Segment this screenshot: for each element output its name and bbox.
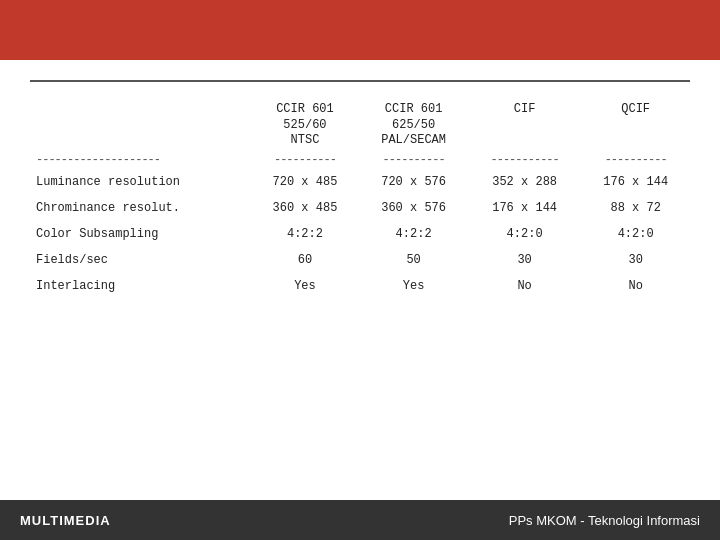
footer: MULTIMEDIA PPs MKOM - Teknologi Informas… [0, 500, 720, 540]
row-4-col1: Yes [251, 273, 360, 299]
separator-line [30, 80, 690, 82]
row-2-col1: 4:2:2 [251, 221, 360, 247]
row-3-col1: 60 [251, 247, 360, 273]
row-4-label: Interlacing [30, 273, 251, 299]
row-2-col2: 4:2:2 [359, 221, 468, 247]
row-0-label: Luminance resolution [30, 169, 251, 195]
table-row: InterlacingYesYesNoNo [30, 273, 690, 299]
row-2-label: Color Subsampling [30, 221, 251, 247]
row-0-col4: 176 x 144 [581, 169, 690, 195]
divider-col1: -------------------- [30, 151, 251, 169]
row-2-col3: 4:2:0 [468, 221, 581, 247]
table-wrapper: CCIR 601525/60NTSC CCIR 601625/50PAL/SEC… [30, 100, 690, 299]
row-3-col2: 50 [359, 247, 468, 273]
row-4-col2: Yes [359, 273, 468, 299]
row-0-col2: 720 x 576 [359, 169, 468, 195]
row-4-col3: No [468, 273, 581, 299]
table-body: Luminance resolution720 x 485720 x 57635… [30, 169, 690, 299]
col-header-ccir601-pal: CCIR 601625/50PAL/SECAM [359, 100, 468, 151]
col-header-qcif: QCIF [581, 100, 690, 151]
table-row: Color Subsampling4:2:24:2:24:2:04:2:0 [30, 221, 690, 247]
divider-col2: ---------- [251, 151, 360, 169]
table-row: Luminance resolution720 x 485720 x 57635… [30, 169, 690, 195]
col-header-ccir601-ntsc: CCIR 601525/60NTSC [251, 100, 360, 151]
row-1-col2: 360 x 576 [359, 195, 468, 221]
row-1-col4: 88 x 72 [581, 195, 690, 221]
footer-right-text: PPs MKOM - Teknologi Informasi [509, 513, 700, 528]
row-3-col3: 30 [468, 247, 581, 273]
divider-col4: ----------- [468, 151, 581, 169]
row-1-col1: 360 x 485 [251, 195, 360, 221]
top-bar [0, 0, 720, 60]
col-header-empty [30, 100, 251, 151]
row-3-label: Fields/sec [30, 247, 251, 273]
row-1-col3: 176 x 144 [468, 195, 581, 221]
divider-col3: ---------- [359, 151, 468, 169]
table-row: Chrominance resolut.360 x 485360 x 57617… [30, 195, 690, 221]
table-divider-row: -------------------- ---------- --------… [30, 151, 690, 169]
row-4-col4: No [581, 273, 690, 299]
row-2-col4: 4:2:0 [581, 221, 690, 247]
row-3-col4: 30 [581, 247, 690, 273]
comparison-table: CCIR 601525/60NTSC CCIR 601625/50PAL/SEC… [30, 100, 690, 299]
main-container: CCIR 601525/60NTSC CCIR 601625/50PAL/SEC… [0, 0, 720, 540]
col-header-cif: CIF [468, 100, 581, 151]
table-header-row: CCIR 601525/60NTSC CCIR 601625/50PAL/SEC… [30, 100, 690, 151]
row-0-col3: 352 x 288 [468, 169, 581, 195]
content-area: CCIR 601525/60NTSC CCIR 601625/50PAL/SEC… [0, 60, 720, 500]
row-0-col1: 720 x 485 [251, 169, 360, 195]
table-row: Fields/sec60503030 [30, 247, 690, 273]
row-1-label: Chrominance resolut. [30, 195, 251, 221]
footer-left-text: MULTIMEDIA [20, 513, 111, 528]
divider-col5: ---------- [581, 151, 690, 169]
